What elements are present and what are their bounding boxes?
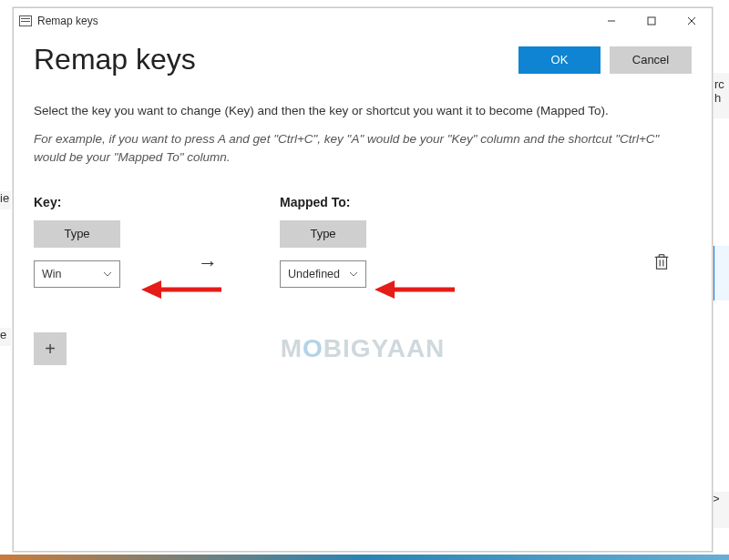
chevron-down-icon <box>349 270 358 279</box>
header-row: Remap keys OK Cancel <box>34 43 692 76</box>
example-text: For example, if you want to press A and … <box>34 130 692 168</box>
svg-marker-14 <box>375 280 395 299</box>
background-fragment <box>713 246 729 300</box>
key-dropdown[interactable]: Win <box>34 260 120 288</box>
key-type-button[interactable]: Type <box>34 220 120 248</box>
key-dropdown-value: Win <box>42 268 62 280</box>
window-content: Remap keys OK Cancel Select the key you … <box>14 34 712 288</box>
svg-rect-4 <box>657 257 667 269</box>
taskbar-strip <box>0 555 729 560</box>
chevron-down-icon <box>103 270 112 279</box>
minimize-button[interactable] <box>591 8 631 34</box>
key-column-label: Key: <box>34 195 143 209</box>
trash-icon <box>652 251 672 271</box>
title-bar: Remap keys <box>14 8 712 34</box>
annotation-arrow <box>375 278 457 301</box>
background-fragment: e <box>0 328 11 346</box>
svg-marker-12 <box>141 280 161 299</box>
cancel-button[interactable]: Cancel <box>610 46 692 74</box>
delete-row-button[interactable] <box>652 251 672 271</box>
watermark: MOBIGYAAN <box>281 334 446 363</box>
background-fragment: ie <box>0 191 11 209</box>
window-title: Remap keys <box>37 15 591 27</box>
annotation-arrow <box>141 278 223 301</box>
plus-icon: + <box>45 339 56 360</box>
mapped-column-label: Mapped To: <box>280 195 389 209</box>
close-button[interactable] <box>672 8 712 34</box>
arrow-right-icon: → <box>198 251 218 275</box>
remap-keys-window: Remap keys Remap keys OK Cancel Select t… <box>13 7 713 552</box>
ok-button[interactable]: OK <box>519 46 601 74</box>
svg-rect-1 <box>648 17 655 25</box>
background-fragment: rch <box>713 73 729 118</box>
dialog-buttons: OK Cancel <box>519 46 692 74</box>
add-row-button[interactable]: + <box>34 332 67 365</box>
instruction-text: Select the key you want to change (Key) … <box>34 104 692 117</box>
maximize-button[interactable] <box>631 8 672 34</box>
window-controls <box>591 8 712 34</box>
key-column: Key: Type Win <box>34 195 143 288</box>
mapped-dropdown-value: Undefined <box>288 268 340 280</box>
mapped-type-button[interactable]: Type <box>280 220 366 248</box>
page-heading: Remap keys <box>34 43 196 76</box>
remap-row: Key: Type Win → Mapped To: Type Undefine… <box>34 195 692 288</box>
mapped-dropdown[interactable]: Undefined <box>280 260 366 288</box>
keyboard-icon <box>19 15 32 26</box>
mapped-column: Mapped To: Type Undefined <box>280 195 389 288</box>
background-fragment: > <box>713 492 729 528</box>
